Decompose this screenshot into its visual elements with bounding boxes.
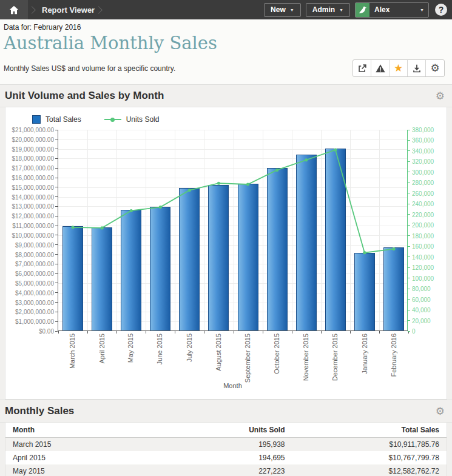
data-for-label: Data for: February 2016 xyxy=(4,23,452,32)
table-row[interactable]: March 2015195,938$10,911,785.76 xyxy=(5,438,447,452)
legend-item-units-sold[interactable]: Units Sold xyxy=(104,115,160,124)
left-axis-labels: $0.00$1,000,000.00$2,000,000.00$3,000,00… xyxy=(5,130,58,331)
chart-section-header: Unit Volume and Sales by Month ⚙ xyxy=(0,84,452,107)
export-button[interactable] xyxy=(353,60,371,76)
right-axis-tick-label: 80,000 xyxy=(412,286,431,292)
right-axis-labels: 020,00040,00060,00080,000100,000120,0001… xyxy=(408,130,445,331)
user-name: Alex xyxy=(374,5,390,14)
column-header-units-sold[interactable]: Units Sold xyxy=(204,423,292,438)
right-axis-tick-label: 320,000 xyxy=(412,158,434,165)
units-sold-cell: 227,223 xyxy=(204,464,292,476)
left-axis-tick-label: $18,000,000.00 xyxy=(12,155,54,162)
table-section-title: Monthly Sales xyxy=(5,405,436,417)
right-axis-tick-label: 60,000 xyxy=(412,296,431,303)
x-axis-tick-label: February 2016 xyxy=(390,334,397,377)
bar-series-swatch-icon xyxy=(32,115,41,124)
top-toolbar: Report Viewer New ▼ Admin ▼ Alex ▼ ? xyxy=(0,0,452,19)
units-sold-cell: 195,938 xyxy=(204,438,292,452)
left-axis-tick-label: $8,000,000.00 xyxy=(15,251,54,258)
right-axis-tick-label: 0 xyxy=(412,328,416,335)
chart-area: $0.00$1,000,000.00$2,000,000.00$3,000,00… xyxy=(5,130,447,389)
download-button[interactable] xyxy=(408,60,426,76)
table-row[interactable]: May 2015227,223$12,582,762.72 xyxy=(5,464,447,476)
left-axis-tick-label: $3,000,000.00 xyxy=(15,299,54,306)
left-axis-tick-label: $9,000,000.00 xyxy=(15,241,54,248)
column-header-month[interactable]: Month xyxy=(5,423,204,438)
left-axis-tick-label: $15,000,000.00 xyxy=(12,184,54,190)
report-description-row: Monthly Sales US$ and volume for a speci… xyxy=(0,53,452,84)
right-axis-tick-label: 220,000 xyxy=(412,211,434,218)
right-axis-tick-label: 200,000 xyxy=(412,222,434,229)
favorite-button[interactable]: ★ xyxy=(390,60,408,76)
user-menu[interactable]: Alex ▼ xyxy=(355,2,429,18)
new-menu-button[interactable]: New ▼ xyxy=(264,3,301,17)
new-menu-label: New xyxy=(271,5,286,14)
report-description: Monthly Sales US$ and volume for a speci… xyxy=(4,64,352,73)
line-series-swatch-icon xyxy=(104,119,121,120)
x-axis-tick-label: June 2015 xyxy=(157,334,164,364)
table-row[interactable]: April 2015194,695$10,767,799.78 xyxy=(5,451,447,464)
right-axis-tick-label: 380,000 xyxy=(412,127,434,133)
x-axis-tick-label: October 2015 xyxy=(273,334,280,374)
right-axis-tick-label: 340,000 xyxy=(412,147,434,154)
right-axis-tick-label: 20,000 xyxy=(412,317,431,324)
left-axis-tick-label: $19,000,000.00 xyxy=(12,146,54,152)
caret-down-icon: ▼ xyxy=(290,8,294,12)
breadcrumb[interactable]: Report Viewer xyxy=(42,5,95,15)
right-axis-tick-label: 40,000 xyxy=(412,307,431,313)
left-axis-tick-label: $13,000,000.00 xyxy=(12,203,54,210)
warning-button[interactable] xyxy=(371,60,390,76)
month-cell: May 2015 xyxy=(5,464,204,476)
report-title: Australia Monthly Sales xyxy=(4,33,452,53)
chart-section-title: Unit Volume and Sales by Month xyxy=(5,90,436,102)
help-button[interactable]: ? xyxy=(435,4,447,16)
download-icon xyxy=(411,63,422,74)
left-axis-tick-label: $6,000,000.00 xyxy=(15,270,54,277)
left-axis-tick-label: $1,000,000.00 xyxy=(15,318,54,325)
admin-menu-button[interactable]: Admin ▼ xyxy=(306,3,350,17)
chart-gear-icon[interactable]: ⚙ xyxy=(436,91,445,101)
left-axis-tick-label: $0.00 xyxy=(39,328,54,335)
warning-icon xyxy=(375,63,386,74)
left-axis-tick-label: $7,000,000.00 xyxy=(15,261,54,267)
column-header-total-sales[interactable]: Total Sales xyxy=(292,423,447,438)
left-axis-tick-label: $21,000,000.00 xyxy=(12,127,54,133)
right-axis-tick-label: 300,000 xyxy=(412,169,434,175)
month-cell: March 2015 xyxy=(5,438,204,452)
home-icon xyxy=(8,5,19,15)
bird-avatar-icon xyxy=(356,3,369,17)
breadcrumb-chevron-icon xyxy=(95,6,103,14)
right-axis-tick-label: 260,000 xyxy=(412,190,434,196)
left-axis-tick-label: $11,000,000.00 xyxy=(12,223,54,229)
legend-label: Total Sales xyxy=(46,115,81,124)
right-axis-tick-label: 100,000 xyxy=(412,275,434,281)
total-sales-cell: $10,767,799.78 xyxy=(292,451,447,464)
home-button[interactable] xyxy=(0,0,28,19)
right-axis-tick-label: 360,000 xyxy=(412,137,434,144)
total-sales-cell: $10,911,785.76 xyxy=(292,438,447,452)
breadcrumb-chevron-icon xyxy=(28,6,36,14)
chart-legend: Total Sales Units Sold xyxy=(5,107,447,130)
x-axis-tick-label: May 2015 xyxy=(127,334,135,363)
x-axis-tick-label: November 2015 xyxy=(302,334,309,381)
admin-menu-label: Admin xyxy=(312,5,335,14)
x-axis-tick-label: April 2015 xyxy=(98,334,106,364)
left-axis-tick-label: $14,000,000.00 xyxy=(12,193,54,200)
favorite-star-icon: ★ xyxy=(394,63,403,73)
month-cell: April 2015 xyxy=(5,451,204,464)
total-sales-cell: $12,582,762.72 xyxy=(292,464,447,476)
right-axis-tick-label: 120,000 xyxy=(412,264,434,271)
table-gear-icon[interactable]: ⚙ xyxy=(436,406,445,417)
settings-button[interactable]: ⚙ xyxy=(426,60,444,76)
caret-down-icon: ▼ xyxy=(420,8,424,12)
x-axis-labels: March 2015April 2015May 2015June 2015Jul… xyxy=(58,331,408,381)
legend-item-total-sales[interactable]: Total Sales xyxy=(32,115,81,124)
left-axis-tick-label: $17,000,000.00 xyxy=(12,165,54,172)
chart-plot[interactable] xyxy=(58,130,408,331)
caret-down-icon: ▼ xyxy=(339,8,343,12)
right-axis-tick-label: 180,000 xyxy=(412,232,434,239)
x-axis-tick-label: September 2015 xyxy=(244,334,251,383)
right-axis-tick-label: 160,000 xyxy=(412,243,434,250)
right-axis-tick-label: 240,000 xyxy=(412,201,434,207)
left-axis-tick-label: $10,000,000.00 xyxy=(12,232,54,238)
